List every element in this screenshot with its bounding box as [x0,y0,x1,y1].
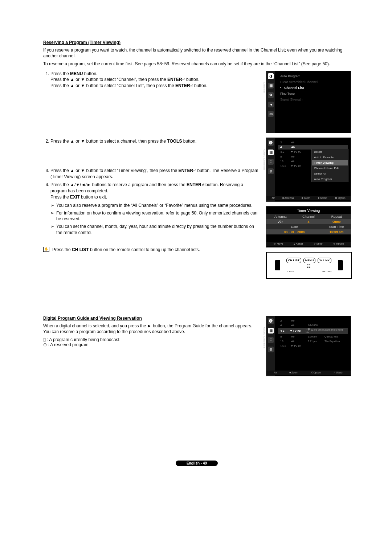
chevron-icon: ➢ [50,224,54,236]
enter-icon: ⏎ [182,77,185,82]
osd-channel-list: Added Channels 🅐 ▦ ♡ ⊕ 2Air4Air4-2♥ TV #… [266,138,351,202]
remote-tip-icon: ✋ [43,247,49,252]
chlist-button: CH LIST [286,258,301,263]
menu-item: Fine Tune [278,91,348,97]
page-footer: English - 49 [43,461,350,466]
timer-icon: ⊕ [268,347,274,352]
menu-item: Signal Strength [278,97,348,102]
timer-icon: ⊕ [268,168,274,174]
section2-body: When a digital channel is selected, and … [43,323,260,335]
guide-row: 8Air1:59 pmQuincy, M.E [278,334,348,339]
intro-paragraph-1: If you reserve a program you want to wat… [43,47,350,59]
added-icon: ▦ [268,150,274,155]
guide-row: 13Air3:21 pmThe Equalizer [278,339,348,344]
fav-icon: ♡ [268,159,274,165]
fav-icon: ♡ [268,337,274,343]
osd-channel-menu: Channel ◑ ▦ ✿ ◂ ▭ Auto Program Clear Scr… [266,71,351,133]
all-icon: 🅐 [268,318,274,324]
intro-paragraph-2: To reserve a program, set the current ti… [43,61,350,67]
all-icon: 🅐 [268,140,274,146]
legend-reserved: ⊙ : A reserved program [43,342,260,347]
enter-icon: ⏎ [190,83,193,89]
channel-row: 2Air [278,140,348,145]
step-1: Press the MENU button. Press the ▲ or ▼ … [50,71,260,136]
step-4: Press the ▲/▼/◄/► buttons to reserve a p… [50,182,260,200]
picture-icon: ▦ [268,83,274,89]
osd-remote-diagram: CH LIST MENU W.LINK ☷ TOOLS RETURN [266,252,352,279]
osd-timer-viewing: Timer Viewing Antenna Channel Repeat Air… [266,206,351,248]
gear-icon: ✿ [268,92,274,98]
context-item: Delete [312,149,348,155]
note-2: ➢For information on how to confirm a vie… [50,210,260,222]
context-menu: DeleteAdd to FavoriteTimer ViewingChanne… [311,149,348,182]
osd-program-guide: Added Channels 🅐 ▦ ♡ ⊕ 2Air4Air1/1/20084… [266,316,351,376]
chevron-icon: ➢ [50,210,54,222]
menu-item: Auto Program [278,73,348,79]
clock-icon: ⊙ [43,342,47,347]
guide-row: 2Air [278,318,348,323]
legend-broadcast: ⌷ : A program currently being broadcast. [43,337,260,342]
guide-row: 13-1♥ TV #3 [278,344,348,348]
menu-button: MENU [303,258,316,263]
menu-item-selected: Channel List [278,85,348,91]
added-icon: ▦ [268,328,274,334]
menu-item: Clear Scrambled Channel [278,79,348,85]
context-item: Select All [312,171,348,176]
step-3: Press the ▲ or ▼ button to select “Timer… [50,168,260,180]
remote-right-wedge [338,260,343,270]
note-3: ➢You can set the channel, month, day, ye… [50,224,260,236]
remote-tip: ✋ Press the CH LIST button on the remote… [43,247,260,253]
context-item: Auto Program [312,176,348,182]
context-item: Add to Favorite [312,155,348,160]
section-title: Reserving a Program (Timer Viewing) [43,40,350,45]
input-icon: ◂ [268,102,274,107]
step1-line-b: Press the ▲ or ▼ button to select “Chann… [50,77,200,82]
menu-icon: ☷ [286,264,332,269]
tv-icon: ⌷ [43,337,46,342]
remote-left-wedge [275,260,280,270]
section2-title: Digital Program Guide and Viewing Reserv… [43,316,260,321]
enter-icon: ⏎ [201,183,204,188]
step1-line-c: Press the ▲ or ▼ button to select “Chann… [50,83,208,88]
note-1: ➢You can also reserve a program in the “… [50,202,260,209]
chevron-icon: ➢ [50,202,54,209]
guide-row: 4Air1/1/2008 [278,323,348,328]
step-2: Press the ▲ or ▼ button to select a chan… [50,138,260,165]
wlink-button: W.LINK [318,258,331,263]
context-item: Timer Viewing [312,160,348,165]
step1-line-a: Press the MENU button. [50,71,97,76]
guide-row: 4-2♥ TV #8• ⛊ 12:59 pm M.Spillane's mike… [278,328,348,334]
app-icon: ▭ [268,111,274,117]
context-item: Channel Name Edit [312,165,348,171]
dish-icon: ◑ [268,73,274,79]
